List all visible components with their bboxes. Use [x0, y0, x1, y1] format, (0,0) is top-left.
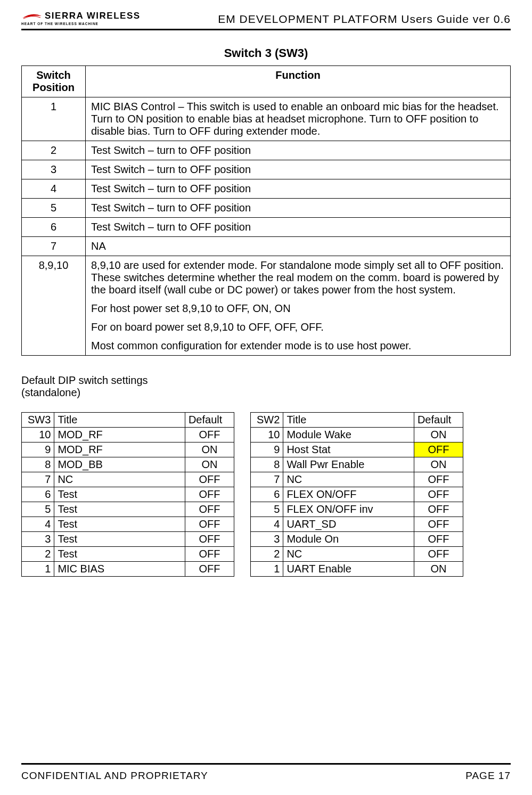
dip-row: 2TestOFF [22, 547, 234, 562]
dip-row: 3TestOFF [22, 532, 234, 547]
dip-title: MIC BIAS [54, 562, 185, 577]
dip-number: 8 [22, 457, 54, 472]
sw2-code: SW2 [251, 413, 283, 428]
dip-number: 10 [22, 428, 54, 442]
dip-number: 2 [22, 547, 54, 562]
dip-default: OFF [414, 442, 463, 457]
function-paragraph: Test Switch – turn to OFF position [91, 183, 505, 195]
caption-line-2: (standalone) [21, 387, 511, 399]
dip-number: 3 [22, 532, 54, 547]
logo-name: SIERRA WIRELESS [21, 11, 141, 21]
function-paragraph: Test Switch – turn to OFF position [91, 163, 505, 176]
dip-default: OFF [414, 547, 463, 562]
dip-title: NC [54, 472, 185, 487]
function-paragraph: Most common configuration for extender m… [91, 340, 505, 352]
dip-default: OFF [414, 517, 463, 532]
sw2-title-hdr: Title [283, 413, 414, 428]
table-row: 1MIC BIAS Control – This switch is used … [22, 97, 511, 141]
switch-position: 7 [22, 237, 86, 256]
dip-title: Module Wake [283, 428, 414, 442]
dip-default: OFF [185, 487, 234, 502]
dip-default: OFF [185, 517, 234, 532]
table-row: 7NA [22, 237, 511, 256]
function-paragraph: For on board power set 8,9,10 to OFF, OF… [91, 321, 505, 333]
dip-default: OFF [185, 502, 234, 517]
switch-position: 5 [22, 199, 86, 218]
dip-row: 8Wall Pwr EnableON [251, 457, 463, 472]
switch-function: MIC BIAS Control – This switch is used t… [86, 97, 511, 141]
dip-title: UART Enable [283, 562, 414, 577]
caption-line-1: Default DIP switch settings [21, 374, 511, 387]
dip-default: ON [185, 457, 234, 472]
dip-title: FLEX ON/OFF [283, 487, 414, 502]
dip-row: 4TestOFF [22, 517, 234, 532]
dip-number: 6 [251, 487, 283, 502]
document-title: EM DEVELOPMENT PLATFORM Users Guide ver … [218, 13, 511, 26]
dip-default: OFF [414, 532, 463, 547]
footer-right: PAGE 17 [465, 770, 511, 782]
sw2-header: SW2 Title Default [251, 413, 463, 428]
dip-number: 1 [251, 562, 283, 577]
sw3-header: SW3 Title Default [22, 413, 234, 428]
dip-title: Module On [283, 532, 414, 547]
dip-row: 1MIC BIASOFF [22, 562, 234, 577]
dip-default: OFF [185, 428, 234, 442]
dip-title: NC [283, 547, 414, 562]
footer-rule [21, 763, 511, 765]
switch-function: Test Switch – turn to OFF position [86, 218, 511, 237]
dip-row: 9MOD_RFON [22, 442, 234, 457]
dip-row: 8MOD_BBON [22, 457, 234, 472]
function-paragraph: 8,9,10 are used for extender mode. For s… [91, 259, 505, 296]
table-row: 2Test Switch – turn to OFF position [22, 141, 511, 160]
switch-function: 8,9,10 are used for extender mode. For s… [86, 256, 511, 356]
dip-title: NC [283, 472, 414, 487]
switch-position: 2 [22, 141, 86, 160]
dip-number: 4 [22, 517, 54, 532]
switch-position: 8,9,10 [22, 256, 86, 356]
dip-row: 5TestOFF [22, 502, 234, 517]
dip-row: 10Module WakeON [251, 428, 463, 442]
switch3-table: Switch Position Function 1MIC BIAS Contr… [21, 65, 511, 356]
dip-number: 8 [251, 457, 283, 472]
dip-title: Test [54, 487, 185, 502]
dip-row: 9Host StatOFF [251, 442, 463, 457]
dip-default: OFF [185, 532, 234, 547]
dip-title: Test [54, 517, 185, 532]
dip-title: MOD_RF [54, 428, 185, 442]
dip-default: OFF [414, 487, 463, 502]
dip-default: ON [414, 562, 463, 577]
dip-default: OFF [414, 472, 463, 487]
dip-number: 5 [251, 502, 283, 517]
dip-row: 2NCOFF [251, 547, 463, 562]
switch-position: 3 [22, 160, 86, 179]
dip-number: 10 [251, 428, 283, 442]
dip-number: 7 [22, 472, 54, 487]
sw3-table: SW3 Title Default 10MOD_RFOFF9MOD_RFON8M… [21, 412, 234, 577]
table-row: 4Test Switch – turn to OFF position [22, 179, 511, 199]
dip-caption: Default DIP switch settings (standalone) [21, 374, 511, 399]
dip-number: 1 [22, 562, 54, 577]
function-paragraph: Test Switch – turn to OFF position [91, 202, 505, 214]
dip-number: 9 [251, 442, 283, 457]
dip-row: 1UART EnableON [251, 562, 463, 577]
switch-function: Test Switch – turn to OFF position [86, 141, 511, 160]
dip-title: Test [54, 547, 185, 562]
function-paragraph: Test Switch – turn to OFF position [91, 144, 505, 157]
sw2-table: SW2 Title Default 10Module WakeON9Host S… [250, 412, 463, 577]
dip-title: Host Stat [283, 442, 414, 457]
sw2-def-hdr: Default [414, 413, 463, 428]
dip-row: 7NCOFF [22, 472, 234, 487]
header-rule [21, 29, 511, 30]
header-position: Switch Position [22, 66, 86, 97]
function-paragraph: Test Switch – turn to OFF position [91, 221, 505, 233]
logo-text: SIERRA WIRELESS [45, 11, 141, 21]
dip-default: OFF [414, 502, 463, 517]
dip-number: 4 [251, 517, 283, 532]
switch-function: NA [86, 237, 511, 256]
dip-default: OFF [185, 472, 234, 487]
page-footer: CONFIDENTIAL AND PROPRIETARY PAGE 17 [21, 763, 511, 782]
logo: SIERRA WIRELESS HEART OF THE WIRELESS MA… [21, 11, 141, 26]
dip-title: UART_SD [283, 517, 414, 532]
table-row: 3Test Switch – turn to OFF position [22, 160, 511, 179]
dip-number: 9 [22, 442, 54, 457]
